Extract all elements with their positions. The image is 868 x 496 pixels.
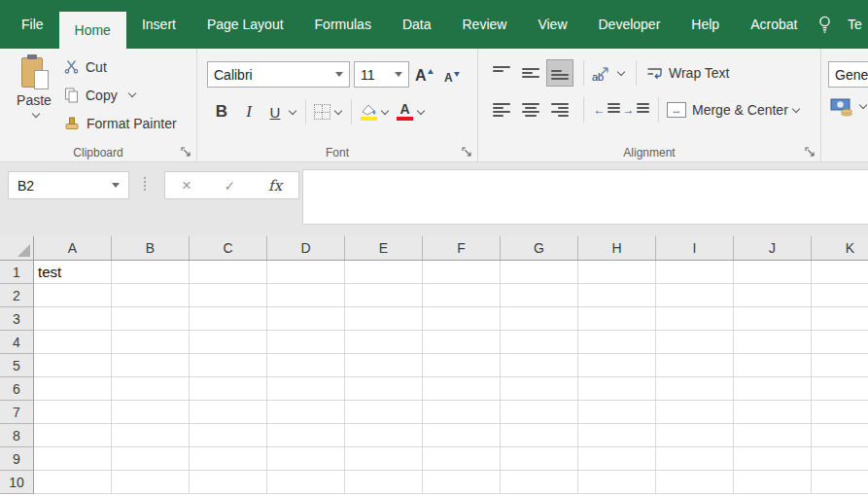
font-dialog-launcher[interactable]: [462, 147, 472, 158]
row-header-6[interactable]: 6: [0, 377, 34, 401]
formula-bar-drag-handle[interactable]: [144, 177, 146, 191]
cell-D8[interactable]: [267, 424, 345, 447]
cell-K3[interactable]: [812, 307, 868, 331]
column-header-G[interactable]: G: [501, 236, 578, 260]
column-header-K[interactable]: K: [812, 236, 868, 260]
cell-H6[interactable]: [578, 377, 656, 401]
tab-formulas[interactable]: Formulas: [299, 0, 387, 49]
cell-F6[interactable]: [423, 377, 501, 401]
cell-D3[interactable]: [267, 307, 345, 331]
column-header-D[interactable]: D: [267, 236, 345, 260]
cell-K4[interactable]: [812, 331, 868, 354]
cell-F8[interactable]: [423, 424, 501, 447]
cell-C9[interactable]: [190, 447, 267, 471]
cell-C8[interactable]: [190, 424, 267, 447]
column-header-B[interactable]: B: [112, 236, 190, 260]
cell-H3[interactable]: [578, 307, 656, 331]
cut-button[interactable]: Cut: [64, 53, 177, 81]
cell-F10[interactable]: [423, 471, 501, 494]
cell-D10[interactable]: [267, 471, 345, 494]
cell-E7[interactable]: [345, 401, 423, 424]
row-header-1[interactable]: 1: [0, 261, 34, 284]
cell-F1[interactable]: [423, 261, 501, 284]
column-header-J[interactable]: J: [734, 236, 812, 260]
clipboard-dialog-launcher[interactable]: [181, 147, 191, 158]
column-header-F[interactable]: F: [423, 236, 501, 260]
cell-I4[interactable]: [656, 331, 734, 354]
cell-K1[interactable]: [812, 261, 868, 284]
cell-K2[interactable]: [812, 284, 868, 307]
cell-A3[interactable]: [34, 307, 112, 331]
cell-G3[interactable]: [501, 307, 578, 331]
cell-B10[interactable]: [112, 471, 190, 494]
tab-data[interactable]: Data: [387, 0, 447, 49]
cell-J9[interactable]: [734, 447, 812, 471]
cell-K8[interactable]: [812, 424, 868, 447]
column-header-A[interactable]: A: [34, 236, 112, 260]
cell-H2[interactable]: [578, 284, 656, 307]
align-left-button[interactable]: [488, 96, 515, 124]
tab-help[interactable]: Help: [676, 0, 735, 49]
wrap-text-button[interactable]: Wrap Text: [646, 65, 730, 81]
cell-I2[interactable]: [656, 284, 734, 307]
cell-F5[interactable]: [423, 354, 501, 377]
cell-G5[interactable]: [501, 354, 578, 377]
enter-button[interactable]: ✓: [225, 178, 236, 194]
cell-A1[interactable]: test: [34, 261, 112, 284]
align-center-button[interactable]: [517, 96, 544, 124]
select-all-button[interactable]: [0, 236, 34, 260]
cell-E10[interactable]: [345, 471, 423, 494]
cell-A5[interactable]: [34, 354, 112, 377]
cell-K6[interactable]: [812, 377, 868, 401]
cell-H7[interactable]: [578, 401, 656, 424]
cell-I10[interactable]: [656, 471, 734, 494]
row-header-8[interactable]: 8: [0, 424, 34, 447]
cell-B8[interactable]: [112, 424, 190, 447]
cell-B1[interactable]: [112, 261, 190, 284]
cell-H8[interactable]: [578, 424, 656, 447]
decrease-font-size-button[interactable]: A: [444, 61, 460, 88]
tab-acrobat[interactable]: Acrobat: [735, 0, 813, 49]
italic-button[interactable]: I: [238, 102, 260, 122]
chevron-down-icon[interactable]: [417, 106, 425, 114]
tab-home[interactable]: Home: [59, 12, 126, 49]
cell-F3[interactable]: [423, 307, 501, 331]
cell-C7[interactable]: [190, 401, 267, 424]
cancel-button[interactable]: ×: [182, 176, 191, 195]
cell-B7[interactable]: [112, 401, 190, 424]
cell-B9[interactable]: [112, 447, 190, 471]
cell-G7[interactable]: [501, 401, 578, 424]
cell-F4[interactable]: [423, 331, 501, 354]
cell-I8[interactable]: [656, 424, 734, 447]
cell-J3[interactable]: [734, 307, 812, 331]
cell-D9[interactable]: [267, 447, 345, 471]
orientation-button[interactable]: ab: [592, 63, 613, 83]
row-header-10[interactable]: 10: [0, 471, 34, 494]
cell-G4[interactable]: [501, 331, 578, 354]
cell-I6[interactable]: [656, 377, 734, 401]
cell-G10[interactable]: [501, 471, 578, 494]
number-format-combo[interactable]: Gener: [828, 61, 868, 88]
insert-function-button[interactable]: fx: [268, 177, 282, 195]
underline-button[interactable]: U: [265, 104, 285, 121]
cell-E2[interactable]: [345, 284, 423, 307]
cell-E3[interactable]: [345, 307, 423, 331]
cell-J7[interactable]: [734, 401, 812, 424]
cell-J6[interactable]: [734, 377, 812, 401]
cell-E1[interactable]: [345, 261, 423, 284]
cell-B5[interactable]: [112, 354, 190, 377]
cell-A6[interactable]: [34, 377, 112, 401]
cell-J4[interactable]: [734, 331, 812, 354]
font-size-combo[interactable]: 11: [354, 61, 409, 88]
cell-D5[interactable]: [267, 354, 345, 377]
cell-G2[interactable]: [501, 284, 578, 307]
cell-E6[interactable]: [345, 377, 423, 401]
cell-F7[interactable]: [423, 401, 501, 424]
tab-page-layout[interactable]: Page Layout: [191, 0, 299, 49]
cell-J8[interactable]: [734, 424, 812, 447]
chevron-down-icon[interactable]: [381, 106, 389, 114]
cell-B3[interactable]: [112, 307, 190, 331]
decrease-indent-button[interactable]: ←: [592, 103, 621, 117]
cell-G1[interactable]: [501, 261, 578, 284]
align-right-button[interactable]: [546, 96, 573, 124]
